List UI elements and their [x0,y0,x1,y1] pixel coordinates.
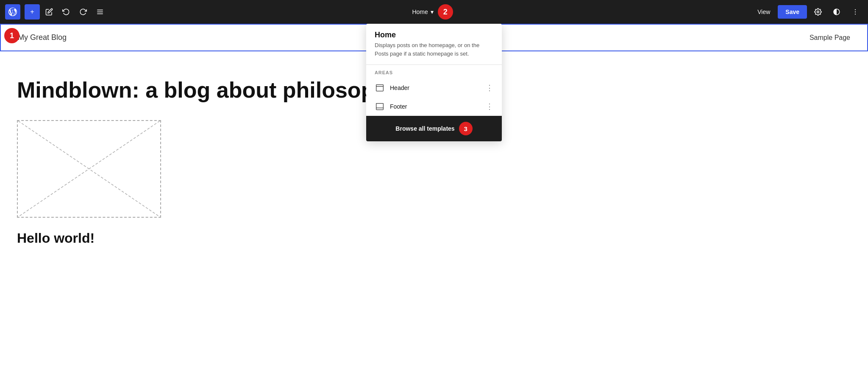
toolbar: + Home ▾ 2 View Save [0,0,868,24]
step2-badge: 2 [438,4,453,20]
svg-rect-9 [376,85,384,91]
page-selector-label: Home [412,8,428,15]
blog-title: My Great Blog [18,33,67,42]
settings-button[interactable] [810,4,826,20]
browse-templates-label: Browse all templates [395,125,454,132]
undo-button[interactable] [58,4,74,20]
placeholder-image [17,120,161,218]
svg-point-3 [817,11,819,13]
svg-rect-11 [376,104,384,110]
appearance-button[interactable] [829,4,844,20]
list-view-button[interactable] [92,4,108,20]
svg-point-6 [855,14,856,14]
dropdown-page-title: Home [375,31,493,39]
toolbar-center: Home ▾ 2 [109,4,751,20]
hello-world-heading: Hello world! [17,230,851,246]
footer-item-more-icon[interactable]: ⋮ [486,102,493,111]
step1-area: 1 [0,24,24,48]
add-block-button[interactable]: + [25,4,40,20]
browse-templates-button[interactable]: Browse all templates 3 [366,116,502,141]
blog-nav-item: Sample Page [810,34,850,42]
page-selector-button[interactable]: Home ▾ [408,6,437,18]
view-button[interactable]: View [753,6,774,18]
dropdown-header-item[interactable]: Header ⋮ [366,79,502,97]
header-item-label: Header [390,84,481,91]
page-dropdown-menu: Home Displays posts on the homepage, or … [366,24,502,141]
dropdown-areas-label: AREAS [366,65,502,79]
edit-button[interactable] [42,4,57,20]
footer-template-icon [375,101,385,112]
step3-badge: 3 [459,122,473,135]
header-item-more-icon[interactable]: ⋮ [486,83,493,93]
dropdown-page-section: Home Displays posts on the homepage, or … [366,24,502,64]
svg-point-5 [855,11,856,12]
toolbar-right: View Save [753,4,863,20]
save-button[interactable]: Save [778,5,807,19]
svg-point-4 [855,9,856,10]
footer-item-label: Footer [390,103,481,110]
more-menu-button[interactable] [848,4,863,20]
step1-badge: 1 [4,28,19,43]
wordpress-logo[interactable] [5,4,20,20]
dropdown-footer-item[interactable]: Footer ⋮ [366,97,502,116]
dropdown-page-desc: Displays posts on the homepage, or on th… [375,41,493,58]
header-template-icon [375,83,385,93]
chevron-down-icon: ▾ [431,8,434,15]
redo-button[interactable] [75,4,91,20]
